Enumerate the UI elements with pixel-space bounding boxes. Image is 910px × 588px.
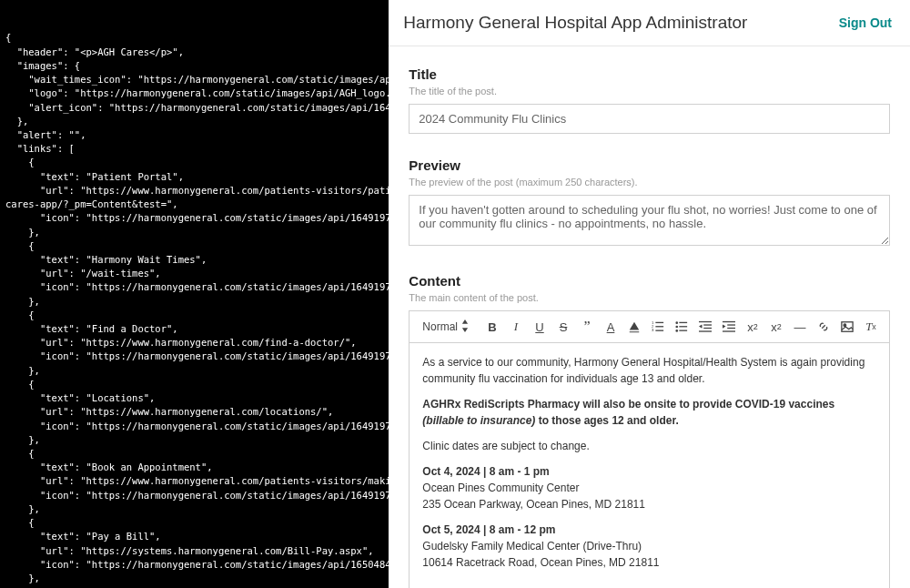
- svg-rect-10: [679, 326, 687, 327]
- strikethrough-button[interactable]: S: [552, 317, 574, 337]
- form-area: Title The title of the post. Preview The…: [389, 46, 910, 588]
- svg-rect-18: [727, 328, 735, 329]
- link-button[interactable]: [813, 317, 834, 337]
- image-button[interactable]: [836, 317, 858, 337]
- sign-out-link[interactable]: Sign Out: [839, 15, 892, 30]
- hr-button[interactable]: —: [789, 317, 811, 337]
- preview-textarea[interactable]: If you haven't gotten around to scheduli…: [409, 195, 890, 246]
- clear-format-button[interactable]: Tx: [860, 317, 882, 337]
- svg-point-8: [675, 329, 678, 332]
- svg-rect-19: [723, 330, 735, 331]
- svg-rect-12: [699, 321, 712, 322]
- content-paragraph: Clinic dates are subject to change.: [422, 438, 876, 454]
- title-input[interactable]: [409, 104, 890, 134]
- svg-rect-16: [723, 321, 735, 322]
- highlight-button[interactable]: [623, 317, 645, 337]
- blockquote-button[interactable]: ”: [576, 317, 598, 337]
- superscript-button[interactable]: x2: [765, 317, 787, 337]
- svg-rect-17: [727, 324, 735, 325]
- underline-button[interactable]: U: [529, 317, 551, 337]
- chevron-icon: [461, 319, 469, 335]
- outdent-button[interactable]: [694, 317, 716, 337]
- content-label: Content: [409, 273, 890, 289]
- ordered-list-button[interactable]: 123: [647, 317, 669, 337]
- content-paragraph: As a service to our community, Harmony G…: [422, 354, 876, 387]
- format-select[interactable]: Normal: [417, 318, 474, 337]
- json-code: { "header": "<p>AGH Cares</p>", "images"…: [5, 31, 383, 588]
- svg-text:3: 3: [652, 328, 654, 332]
- content-date-block: Oct 5, 2024 | 8 am - 12 pm Gudelsky Fami…: [422, 522, 876, 571]
- content-group: Content The main content of the post. No…: [409, 273, 890, 588]
- svg-rect-13: [703, 324, 712, 325]
- svg-rect-14: [703, 328, 712, 329]
- title-help: The title of the post.: [409, 86, 890, 96]
- title-label: Title: [409, 66, 890, 82]
- svg-rect-2: [655, 330, 663, 331]
- subscript-button[interactable]: x2: [742, 317, 763, 337]
- title-group: Title The title of the post.: [409, 66, 890, 134]
- json-code-panel: { "header": "<p>AGH Cares</p>", "images"…: [0, 0, 389, 588]
- admin-panel: Harmony General Hospital App Administrat…: [389, 0, 910, 588]
- content-date-block: Oct 4, 2024 | 8 am - 1 pm Ocean Pines Co…: [422, 463, 876, 512]
- italic-button[interactable]: I: [505, 317, 527, 337]
- preview-label: Preview: [409, 157, 890, 173]
- svg-rect-9: [679, 322, 687, 323]
- unordered-list-button[interactable]: [671, 317, 693, 337]
- editor-toolbar: Normal B I U S ” A 123: [410, 311, 889, 343]
- bold-button[interactable]: B: [481, 317, 503, 337]
- svg-rect-15: [699, 330, 712, 331]
- svg-point-7: [675, 326, 678, 329]
- format-label: Normal: [422, 320, 458, 333]
- svg-rect-11: [679, 330, 687, 331]
- preview-group: Preview The preview of the post (maximum…: [409, 157, 890, 249]
- editor-content[interactable]: As a service to our community, Harmony G…: [410, 343, 889, 588]
- topbar: Harmony General Hospital App Administrat…: [389, 0, 910, 46]
- rich-editor: Normal B I U S ” A 123: [409, 310, 890, 588]
- content-help: The main content of the post.: [409, 292, 890, 303]
- app-title: Harmony General Hospital App Administrat…: [403, 13, 747, 33]
- svg-point-6: [675, 321, 678, 324]
- indent-button[interactable]: [718, 317, 740, 337]
- svg-point-21: [844, 324, 846, 327]
- preview-help: The preview of the post (maximum 250 cha…: [409, 177, 890, 188]
- svg-rect-20: [842, 322, 853, 332]
- svg-rect-0: [655, 322, 663, 323]
- svg-rect-1: [655, 326, 663, 327]
- content-paragraph: AGHRx RediScripts Pharmacy will also be …: [422, 396, 876, 429]
- font-color-button[interactable]: A: [600, 317, 622, 337]
